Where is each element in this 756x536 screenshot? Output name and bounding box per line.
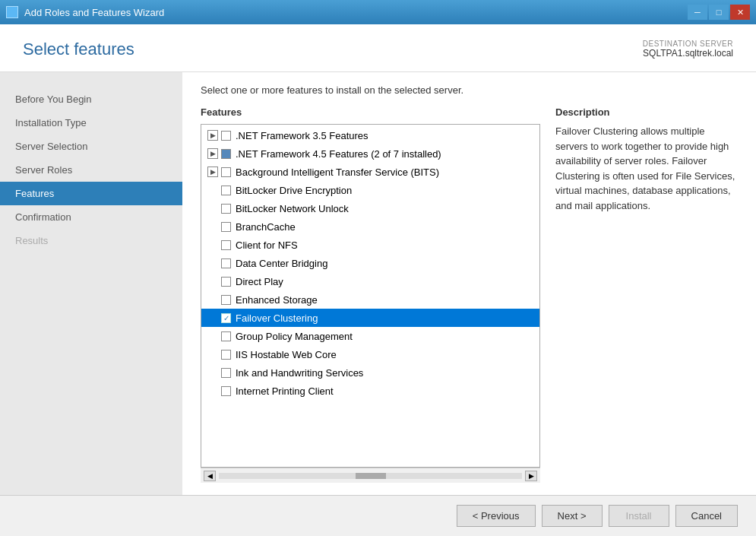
feature-item-enhanced-storage[interactable]: Enhanced Storage [201,290,539,309]
wizard-main: Select one or more features to install o… [182,72,756,495]
feature-item-bitlocker[interactable]: BitLocker Drive Encryption [201,181,539,199]
checkbox-bits[interactable] [221,167,231,177]
feature-item-net35[interactable]: ▶.NET Framework 3.5 Features [201,126,539,144]
destination-server-info: DESTINATION SERVER SQLTPA1.sqltrek.local [643,40,733,59]
feature-label-direct-play: Direct Play [236,276,283,287]
feature-label-internet-printing: Internet Printing Client [236,385,334,397]
description-header: Description [555,106,738,118]
checkbox-datacenter-bridging[interactable] [221,258,231,268]
feature-label-bitlocker-unlock: BitLocker Network Unlock [236,203,349,214]
feature-item-branchcache[interactable]: BranchCache [201,217,539,236]
nav-item-server-roles[interactable]: Server Roles [0,158,182,182]
checkbox-ink-handwriting[interactable] [221,368,231,378]
feature-label-bitlocker: BitLocker Drive Encryption [236,185,352,196]
expand-btn-net45[interactable]: ▶ [207,148,218,159]
page-title: Select features [23,40,134,59]
nav-item-features[interactable]: Features [0,182,182,205]
features-header: Features [201,106,540,118]
feature-item-iis-hostable[interactable]: IIS Hostable Web Core [201,345,539,363]
feature-label-client-nfs: Client for NFS [236,239,298,251]
description-text: Failover Clustering allows multiple serv… [555,124,738,213]
feature-item-direct-play[interactable]: Direct Play [201,272,539,290]
feature-label-bits: Background Intelligent Transfer Service … [236,167,439,178]
nav-item-installation-type[interactable]: Installation Type [0,111,182,135]
features-area: Features ▶.NET Framework 3.5 Features▶.N… [201,106,738,483]
checkbox-net35[interactable] [221,131,231,141]
description-panel: Description Failover Clustering allows m… [555,106,738,483]
feature-item-client-nfs[interactable]: Client for NFS [201,236,539,254]
feature-label-iis-hostable: IIS Hostable Web Core [236,349,337,360]
features-list-container[interactable]: ▶.NET Framework 3.5 Features▶.NET Framew… [201,124,540,468]
checkbox-internet-printing[interactable] [221,386,231,396]
cancel-button[interactable]: Cancel [675,505,738,527]
features-list: ▶.NET Framework 3.5 Features▶.NET Framew… [201,125,539,467]
feature-item-datacenter-bridging[interactable]: Data Center Bridging [201,254,539,272]
feature-item-net45[interactable]: ▶.NET Framework 4.5 Features (2 of 7 ins… [201,144,539,163]
nav-item-results: Results [0,229,182,252]
feature-item-internet-printing[interactable]: Internet Printing Client [201,382,539,400]
feature-item-bits[interactable]: ▶Background Intelligent Transfer Service… [201,163,539,181]
scroll-track [219,473,522,479]
feature-label-failover-clustering: Failover Clustering [236,312,318,324]
checkbox-iis-hostable[interactable] [221,350,231,360]
feature-item-group-policy[interactable]: Group Policy Management [201,327,539,345]
maximize-button[interactable]: □ [709,5,729,20]
feature-label-net35: .NET Framework 3.5 Features [236,130,369,141]
features-panel: Features ▶.NET Framework 3.5 Features▶.N… [201,106,540,483]
checkbox-net45[interactable] [221,149,231,159]
nav-item-confirmation[interactable]: Confirmation [0,205,182,229]
next-button[interactable]: Next > [542,505,603,527]
close-button[interactable]: ✕ [730,5,750,20]
minimize-button[interactable]: ─ [688,5,707,20]
window-controls: ─ □ ✕ [688,5,750,20]
checkbox-client-nfs[interactable] [221,240,231,250]
expand-btn-bits[interactable]: ▶ [207,167,218,177]
previous-button[interactable]: < Previous [457,505,536,527]
feature-label-datacenter-bridging: Data Center Bridging [236,258,327,269]
checkbox-enhanced-storage[interactable] [221,295,231,305]
nav-item-before-you-begin[interactable]: Before You Begin [0,87,182,111]
intro-text: Select one or more features to install o… [201,84,738,96]
checkbox-bitlocker-unlock[interactable] [221,204,231,214]
scroll-left-btn[interactable]: ◀ [204,471,216,481]
wizard-body: Select features DESTINATION SERVER SQLTP… [0,24,756,536]
feature-item-failover-clustering[interactable]: ✓Failover Clustering [201,309,539,327]
wizard-header: Select features DESTINATION SERVER SQLTP… [0,24,756,72]
checkbox-branchcache[interactable] [221,222,231,232]
wizard-footer: < Previous Next > Install Cancel [0,495,756,536]
title-bar: Add Roles and Features Wizard ─ □ ✕ [0,0,756,24]
checkbox-failover-clustering[interactable]: ✓ [221,313,231,323]
checkbox-direct-play[interactable] [221,277,231,287]
feature-label-enhanced-storage: Enhanced Storage [236,294,318,306]
window-title: Add Roles and Features Wizard [24,7,164,18]
horizontal-scrollbar[interactable]: ◀ ▶ [201,468,540,483]
wizard-content: Before You BeginInstallation TypeServer … [0,72,756,495]
checkbox-group-policy[interactable] [221,331,231,341]
checkbox-bitlocker[interactable] [221,186,231,195]
scroll-right-btn[interactable]: ▶ [525,471,537,481]
wizard-nav: Before You BeginInstallation TypeServer … [0,72,182,495]
scroll-thumb [356,473,386,479]
app-icon [6,6,18,18]
feature-label-net45: .NET Framework 4.5 Features (2 of 7 inst… [236,148,441,160]
feature-item-ink-handwriting[interactable]: Ink and Handwriting Services [201,363,539,382]
nav-item-server-selection[interactable]: Server Selection [0,135,182,158]
install-button[interactable]: Install [609,505,669,527]
feature-label-ink-handwriting: Ink and Handwriting Services [236,367,363,379]
feature-label-group-policy: Group Policy Management [236,331,353,342]
server-name: SQLTPA1.sqltrek.local [643,48,733,59]
feature-label-branchcache: BranchCache [236,221,296,233]
destination-label: DESTINATION SERVER [643,40,733,48]
expand-btn-net35[interactable]: ▶ [207,130,218,141]
feature-item-bitlocker-unlock[interactable]: BitLocker Network Unlock [201,199,539,217]
